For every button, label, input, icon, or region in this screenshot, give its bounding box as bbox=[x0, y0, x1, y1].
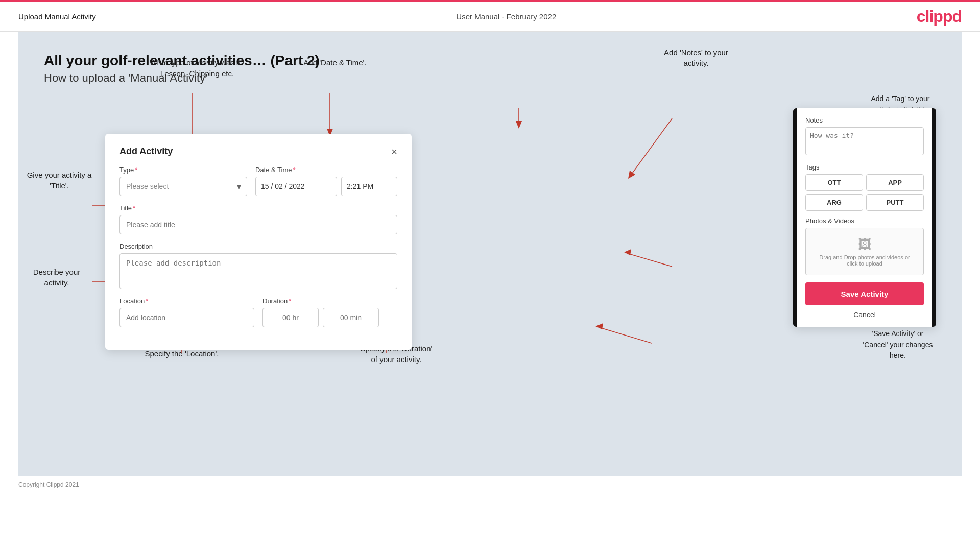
svg-line-18 bbox=[601, 328, 652, 343]
notes-textarea[interactable] bbox=[805, 127, 924, 155]
modal-title: Add Activity bbox=[119, 146, 173, 157]
type-select-wrapper: Please select bbox=[119, 177, 247, 196]
modal-header: Add Activity × bbox=[119, 146, 397, 157]
manual-title: User Manual - February 2022 bbox=[456, 12, 556, 21]
notes-label: Notes bbox=[805, 116, 924, 124]
annotation-add-notes: Add 'Notes' to your activity. bbox=[650, 47, 742, 68]
type-label: Type* bbox=[119, 166, 247, 174]
add-activity-modal: Add Activity × Type* Please select Date … bbox=[105, 134, 412, 350]
svg-line-16 bbox=[629, 254, 672, 267]
description-group: Description bbox=[119, 243, 397, 289]
annotation-date-time: Add 'Date & Time'. bbox=[294, 57, 376, 68]
location-group: Location* bbox=[119, 297, 254, 327]
svg-marker-15 bbox=[628, 171, 635, 179]
annotation-what-type: What type of activity was it? Lesson, Ch… bbox=[146, 57, 248, 79]
photo-upload-area[interactable]: 🖼 Drag and Drop photos and videos or cli… bbox=[805, 228, 924, 275]
photos-label: Photos & Videos bbox=[805, 217, 924, 225]
description-label: Description bbox=[119, 243, 397, 250]
datetime-label: Date & Time* bbox=[255, 166, 397, 174]
annotation-save-cancel: 'Save Activity' or 'Cancel' your changes… bbox=[839, 328, 957, 361]
type-group: Type* Please select bbox=[119, 166, 247, 196]
location-duration-row: Location* Duration* bbox=[119, 297, 397, 327]
top-bar: Upload Manual Activity User Manual - Feb… bbox=[0, 0, 980, 32]
date-input[interactable] bbox=[255, 177, 337, 196]
modal-close-button[interactable]: × bbox=[391, 147, 397, 157]
title-input[interactable] bbox=[119, 215, 397, 234]
location-input[interactable] bbox=[119, 308, 254, 327]
tag-arg[interactable]: ARG bbox=[805, 194, 863, 211]
annotation-describe: Describe your activity. bbox=[18, 267, 95, 288]
duration-label: Duration* bbox=[262, 297, 397, 305]
annotation-location: Specify the 'Location'. bbox=[136, 348, 228, 359]
tag-app[interactable]: APP bbox=[866, 174, 924, 191]
duration-min-input[interactable] bbox=[323, 308, 379, 327]
tags-label: Tags bbox=[805, 163, 924, 171]
save-activity-button[interactable]: Save Activity bbox=[805, 282, 924, 305]
right-panel: Notes Tags OTT APP ARG PUTT Photos & Vid… bbox=[793, 108, 936, 327]
title-label: Title* bbox=[119, 204, 397, 212]
duration-hr-input[interactable] bbox=[262, 308, 319, 327]
tag-putt[interactable]: PUTT bbox=[866, 194, 924, 211]
time-input[interactable] bbox=[341, 177, 397, 196]
annotation-give-title: Give your activity a 'Title'. bbox=[18, 170, 100, 191]
title-group: Title* bbox=[119, 204, 397, 234]
top-red-line bbox=[0, 0, 980, 2]
copyright: Copyright Clippd 2021 bbox=[0, 476, 980, 493]
duration-inputs bbox=[262, 308, 397, 327]
tag-ott[interactable]: OTT bbox=[805, 174, 863, 191]
type-datetime-row: Type* Please select Date & Time* bbox=[119, 166, 397, 196]
date-time-inputs bbox=[255, 177, 397, 196]
photo-upload-text: Drag and Drop photos and videos or click… bbox=[814, 254, 915, 267]
main-content: All your golf-relevant activities… (Part… bbox=[18, 32, 962, 476]
photo-icon: 🖼 bbox=[814, 236, 915, 252]
location-label: Location* bbox=[119, 297, 254, 305]
description-textarea[interactable] bbox=[119, 253, 397, 289]
tags-grid: OTT APP ARG PUTT bbox=[805, 174, 924, 211]
page-title: Upload Manual Activity bbox=[18, 12, 96, 21]
svg-marker-19 bbox=[595, 323, 603, 329]
datetime-group: Date & Time* bbox=[255, 166, 397, 196]
svg-line-14 bbox=[631, 118, 672, 175]
svg-marker-17 bbox=[624, 249, 631, 255]
cancel-button[interactable]: Cancel bbox=[853, 310, 876, 319]
svg-marker-13 bbox=[516, 121, 522, 129]
duration-group: Duration* bbox=[262, 297, 397, 327]
logo: clippd bbox=[917, 7, 962, 26]
type-select[interactable]: Please select bbox=[119, 177, 247, 196]
